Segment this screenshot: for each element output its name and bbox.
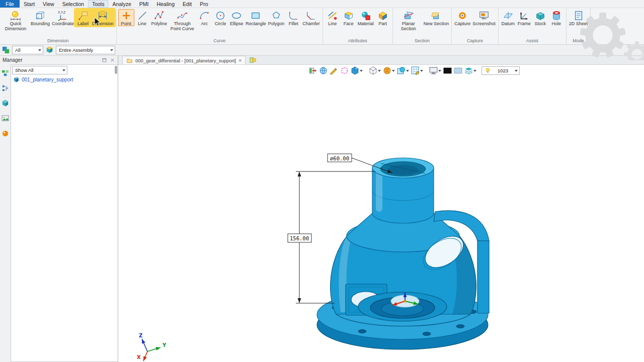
- ribbon-button-label: Circle: [215, 21, 226, 26]
- filter-bar: All Entire Assembly: [0, 45, 644, 56]
- tree-filter-combo[interactable]: Show All: [12, 66, 67, 74]
- layers-icon[interactable]: [464, 66, 476, 75]
- ribbon-button-rectangle[interactable]: Rectangle: [245, 9, 267, 26]
- part-model[interactable]: [317, 158, 489, 349]
- ribbon-button-through-point-curve[interactable]: Through Point Curve: [168, 9, 196, 31]
- menu-item-analyze[interactable]: Analyze: [108, 0, 135, 8]
- selection-lasso-icon[interactable]: [340, 66, 349, 75]
- viewport-canvas[interactable]: 156.00 ⌀60.00 Z Y X: [118, 65, 644, 362]
- ribbon-button-line[interactable]: Line: [325, 9, 341, 26]
- ribbon-button-label: New Section: [424, 21, 449, 26]
- ribbon-button-label: Label: [77, 21, 89, 26]
- light-count-combo[interactable]: 1023: [481, 66, 520, 75]
- ribbon-button-stock[interactable]: Stock: [532, 9, 548, 26]
- manager-body: Show All 001_planetary_support: [11, 64, 118, 362]
- assembly-combo[interactable]: Entire Assembly: [56, 46, 115, 54]
- ribbon-button-chamfer[interactable]: Chamfer: [301, 9, 321, 26]
- circle-icon: [215, 10, 226, 21]
- render-style-icon[interactable]: [397, 66, 409, 75]
- ribbon-button-point[interactable]: Point: [118, 9, 134, 26]
- menu-item-pro[interactable]: Pro: [196, 0, 212, 8]
- menu-item-file[interactable]: File: [0, 0, 20, 8]
- polygon-icon: [271, 10, 282, 21]
- chevron-down-icon: [360, 70, 363, 72]
- model-cube-icon[interactable]: [2, 100, 9, 107]
- ribbon-button-polyline[interactable]: Polyline: [150, 9, 169, 26]
- ribbon-button-label: Face: [344, 21, 354, 26]
- exit-environment-icon[interactable]: [308, 66, 317, 75]
- application-window: FileStartViewSelectionToolsAnalyzePMIHea…: [0, 0, 644, 362]
- structure-tree-icon[interactable]: [2, 84, 9, 92]
- frame-icon: [519, 10, 530, 21]
- menu-item-start[interactable]: Start: [20, 0, 39, 8]
- ribbon-button-label: Stock: [535, 21, 546, 26]
- shaded-cube-icon[interactable]: [351, 66, 363, 75]
- rectangle-icon: [250, 10, 261, 21]
- menu-item-healing[interactable]: Healing: [152, 0, 179, 8]
- ribbon-group-section: Planar SectionNew SectionSection: [393, 8, 452, 44]
- shaded-globe-icon[interactable]: [319, 66, 328, 75]
- ribbon-button-polygon[interactable]: Polygon: [267, 9, 286, 26]
- ribbon-button-label[interactable]: Label: [75, 9, 91, 26]
- ribbon-button-capture[interactable]: Capture: [453, 9, 471, 26]
- height-dimension-label[interactable]: 156.00: [290, 235, 309, 241]
- ribbon-button-coordinate[interactable]: X,Y,ZCoordinate: [51, 9, 75, 26]
- split-view-icon[interactable]: [2, 69, 9, 77]
- menu-item-pmi[interactable]: PMI: [135, 0, 153, 8]
- ribbon-button-frame[interactable]: Frame: [516, 9, 532, 26]
- monitor-icon[interactable]: [429, 66, 441, 75]
- diameter-dimension-label[interactable]: ⌀60.00: [330, 155, 349, 161]
- chevron-down-icon: [406, 70, 409, 72]
- attr-face-icon: [343, 10, 354, 21]
- ribbon-button-label: Capture: [454, 21, 470, 26]
- facet-sphere-icon[interactable]: [383, 66, 395, 75]
- wireframe-cube-icon[interactable]: [369, 66, 381, 75]
- grid-edit-icon[interactable]: [411, 66, 423, 75]
- palette-icon[interactable]: [2, 130, 9, 137]
- assembly-combo-value: Entire Assembly: [59, 47, 93, 53]
- ribbon-button-planar-section[interactable]: Planar Section: [394, 9, 423, 31]
- tab-close-button[interactable]: ×: [238, 58, 242, 63]
- ribbon-button-quick-dimension[interactable]: Quick Dimension: [2, 9, 30, 31]
- ribbon-button-line[interactable]: Line: [134, 9, 150, 26]
- chevron-down-icon: [62, 69, 65, 71]
- ribbon-button-fillet[interactable]: Fillet: [285, 9, 301, 26]
- viewport-area[interactable]: 1023: [118, 65, 644, 362]
- ribbon-button-label: Datum: [502, 21, 515, 26]
- ribbon-button-face[interactable]: Face: [341, 9, 357, 26]
- ribbon-button-screenshot[interactable]: Screenshot: [471, 9, 497, 26]
- tree-item[interactable]: 001_planetary_support: [11, 75, 118, 84]
- ribbon-button-2d-sheet[interactable]: 2D Sheet: [568, 9, 589, 26]
- ribbon-button-material[interactable]: Material: [357, 9, 375, 26]
- bounding-icon: [35, 10, 46, 21]
- ribbon-button-circle[interactable]: Circle: [212, 9, 228, 26]
- ribbon-button-new-section[interactable]: New Section: [423, 9, 450, 26]
- menu-item-selection[interactable]: Selection: [58, 0, 88, 8]
- dock-panel-icon[interactable]: [102, 57, 107, 63]
- scope-combo[interactable]: All: [12, 46, 43, 54]
- chevron-down-icon: [392, 70, 395, 72]
- document-tab[interactable]: 000_gear_differential - [001_planetary_s…: [122, 56, 246, 64]
- image-view-icon[interactable]: [2, 115, 9, 122]
- ribbon-button-bounding[interactable]: Bounding: [30, 9, 51, 26]
- pin-tab-icon[interactable]: [249, 56, 257, 64]
- ribbon-button-ellipse[interactable]: Ellipse: [228, 9, 245, 26]
- material-icon: [360, 10, 371, 21]
- tree-filter-value: Show All: [15, 67, 33, 73]
- ribbon-button-part[interactable]: Part: [375, 9, 391, 26]
- scrollbar-thumb[interactable]: [115, 66, 117, 74]
- ribbon-button-datum[interactable]: Datum: [500, 9, 516, 26]
- ribbon-button-arc[interactable]: Arc: [196, 9, 212, 26]
- menu-item-edit[interactable]: Edit: [179, 0, 196, 8]
- assembly-tree: 001_planetary_support: [11, 75, 118, 84]
- menu-item-view[interactable]: View: [39, 0, 58, 8]
- ribbon-button-hole[interactable]: Hole: [548, 9, 565, 26]
- ribbon-button-label: Bounding: [31, 21, 50, 26]
- sketch-edit-icon[interactable]: [330, 66, 338, 75]
- ribbon-group-curve: PointLinePolylineThrough Point CurveArcC…: [117, 8, 323, 44]
- menu-item-tools[interactable]: Tools: [88, 0, 109, 8]
- close-panel-icon[interactable]: [110, 57, 115, 63]
- background-dark-icon[interactable]: [443, 66, 452, 75]
- background-light-icon[interactable]: [454, 66, 462, 75]
- coordinate-icon: X,Y,Z: [57, 10, 68, 21]
